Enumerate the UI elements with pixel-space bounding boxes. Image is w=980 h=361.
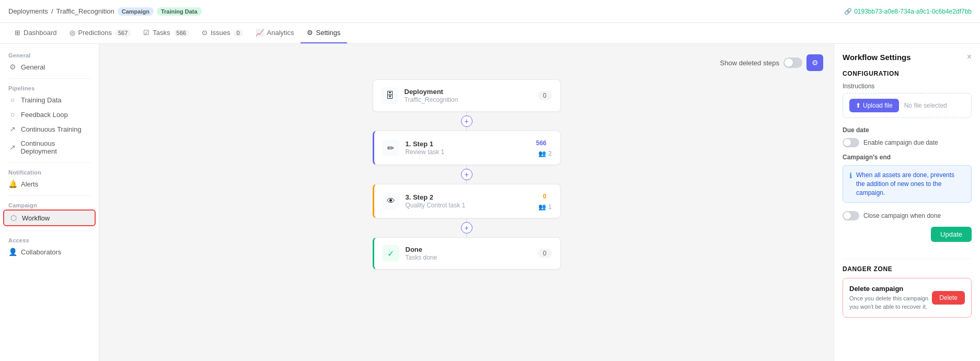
breadcrumb-deployments[interactable]: Deployments [8, 7, 48, 15]
tab-issues-label: Issues [211, 29, 230, 37]
workflow-settings-panel: Workflow Settings × Configuration Instru… [834, 44, 980, 361]
tab-dashboard[interactable]: ⊞ Dashboard [8, 23, 63, 43]
campaigns-end-label-header: Campaign's end [843, 154, 972, 161]
predictions-count: 567 [115, 29, 131, 37]
sidebar-item-general[interactable]: ⚙ General [0, 60, 99, 74]
panel-title: Workflow Settings [843, 53, 911, 62]
upload-area: ⬆ Upload file No file selected [843, 93, 972, 118]
sidebar-item-continuous-deployment[interactable]: ↗ Continuous Deployment [0, 136, 99, 158]
breadcrumb-project[interactable]: Traffic_Recognition [56, 7, 114, 15]
step1-info: 1. Step 1 Review task 1 [406, 140, 525, 156]
add-step-1-button[interactable]: + [461, 115, 472, 127]
sidebar-continuous-deployment-label: Continuous Deployment [20, 139, 90, 155]
step2-meta: 0 👥 1 [538, 192, 552, 211]
tab-settings[interactable]: ⚙ Settings [301, 23, 347, 43]
panel-header: Workflow Settings × [843, 52, 972, 62]
sidebar-title-pipelines: Pipelines [0, 83, 99, 92]
issues-count: 0 [233, 29, 243, 37]
breadcrumb: Deployments / Traffic_Recognition Campai… [8, 7, 202, 16]
tab-analytics-label: Analytics [267, 29, 294, 37]
show-deleted-toggle[interactable] [783, 57, 802, 68]
divider-3 [8, 195, 90, 196]
step-deployment[interactable]: 🗄 Deployment Traffic_Recognition 0 [373, 79, 561, 112]
step-done[interactable]: ✓ Done Tasks done 0 [373, 237, 561, 270]
collaborators-icon: 👤 [8, 248, 17, 256]
done-step-subtitle: Tasks done [406, 254, 532, 261]
tab-issues[interactable]: ⊙ Issues 0 [195, 23, 249, 43]
danger-zone-box: Delete campaign Once you delete this cam… [843, 278, 972, 318]
users-icon-2: 👥 [538, 203, 546, 211]
due-date-toggle-row: Enable campaign due date [843, 138, 972, 147]
sidebar-general-label: General [21, 63, 45, 71]
done-step-count: 0 [538, 249, 552, 258]
step1-icon: ✏ [383, 139, 399, 156]
sidebar-item-workflow[interactable]: ⬡ Workflow [3, 209, 96, 226]
sidebar-item-training-data[interactable]: ○ Training Data [0, 92, 99, 107]
deployment-step-meta: 0 [538, 91, 552, 100]
feedback-loop-icon: ○ [8, 110, 17, 119]
sidebar-training-data-label: Training Data [21, 96, 62, 104]
divider-4 [8, 230, 90, 231]
workflow-settings-gear[interactable]: ⚙ [806, 54, 823, 71]
tasks-count: 566 [174, 29, 189, 37]
link-icon: 🔗 [844, 8, 852, 15]
sidebar-section-general: General ⚙ General [0, 50, 99, 74]
due-date-toggle[interactable] [843, 138, 859, 147]
due-date-toggle-knob [844, 139, 851, 146]
tab-predictions[interactable]: ◎ Predictions 567 [63, 23, 137, 43]
panel-close-button[interactable]: × [967, 52, 972, 62]
workflow-header: Show deleted steps ⚙ [110, 54, 823, 71]
upload-file-button[interactable]: ⬆ Upload file [849, 99, 899, 112]
tab-tasks[interactable]: ☑ Tasks 566 [137, 23, 195, 43]
tasks-icon: ☑ [143, 29, 149, 37]
step2-subtitle: Quality Control task 1 [406, 202, 532, 209]
sidebar-continuous-training-label: Continuous Training [21, 125, 82, 133]
step2-users-count: 1 [548, 203, 552, 211]
delete-campaign-button[interactable]: Delete [932, 291, 965, 305]
deployment-step-title: Deployment [405, 88, 532, 96]
toggle-knob [785, 59, 793, 67]
sidebar-item-continuous-training[interactable]: ↗ Continuous Training [0, 122, 99, 136]
tab-settings-label: Settings [316, 29, 341, 37]
sidebar-item-feedback-loop[interactable]: ○ Feedback Loop [0, 107, 99, 122]
delete-campaign-title: Delete campaign [849, 285, 932, 293]
connector-1: + [461, 112, 472, 131]
update-button[interactable]: Update [931, 227, 972, 242]
due-date-label-header: Due date [843, 126, 972, 134]
connector-line-1b [466, 127, 467, 131]
sidebar-item-collaborators[interactable]: 👤 Collaborators [0, 244, 99, 259]
panel-configuration-title: Configuration [843, 70, 972, 77]
step-2[interactable]: 👁 3. Step 2 Quality Control task 1 0 👥 1 [373, 184, 561, 218]
add-step-2-button[interactable]: + [461, 169, 472, 180]
sidebar-alerts-label: Alerts [21, 180, 38, 188]
step-1[interactable]: ✏ 1. Step 1 Review task 1 566 👥 2 [373, 131, 561, 165]
sidebar-collaborators-label: Collaborators [21, 248, 61, 256]
add-step-3-button[interactable]: + [461, 222, 472, 234]
step1-meta: 566 👥 2 [531, 138, 551, 157]
deployment-step-info: Deployment Traffic_Recognition [405, 88, 532, 103]
connector-line-3 [466, 218, 467, 222]
divider-2 [8, 162, 90, 163]
general-icon: ⚙ [8, 63, 17, 71]
sidebar-section-pipelines: Pipelines ○ Training Data ○ Feedback Loo… [0, 83, 99, 158]
close-campaign-toggle[interactable] [843, 211, 859, 220]
sidebar-item-alerts[interactable]: 🔔 Alerts [0, 177, 99, 191]
session-id: 🔗 0193bb73-a0e8-734a-a9c1-0c6b4e2df7bb [844, 8, 972, 15]
continuous-deployment-icon: ↗ [8, 143, 16, 152]
tab-tasks-label: Tasks [153, 29, 170, 37]
badge-training: Training Data [157, 7, 202, 16]
update-btn-row: Update [843, 227, 972, 250]
done-step-icon: ✓ [383, 245, 399, 262]
done-step-meta: 0 [538, 249, 552, 258]
upload-placeholder: No file selected [904, 102, 947, 109]
panel-instructions-label: Instructions [843, 83, 972, 90]
tab-analytics[interactable]: 📈 Analytics [249, 23, 301, 43]
sidebar-title-access: Access [0, 235, 99, 244]
sidebar: General ⚙ General Pipelines ○ Training D… [0, 44, 99, 361]
delete-campaign-content: Delete campaign Once you delete this cam… [849, 285, 932, 311]
alerts-icon: 🔔 [8, 180, 17, 188]
connector-line-2 [466, 165, 467, 169]
breadcrumb-sep: / [51, 7, 53, 15]
workflow-icon: ⬡ [9, 214, 18, 222]
close-campaign-toggle-row: Close campaign when done [843, 211, 972, 220]
